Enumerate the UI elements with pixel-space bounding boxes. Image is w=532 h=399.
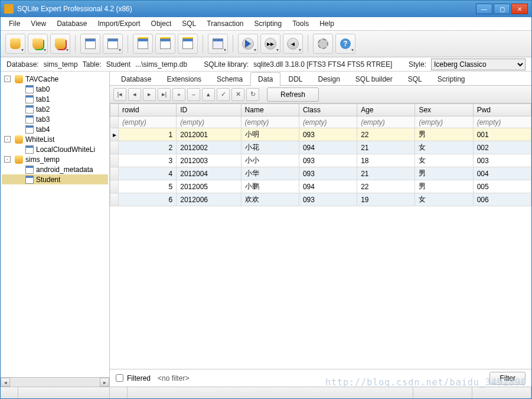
filter-cell[interactable]: (empty) [415, 116, 473, 128]
cell[interactable]: 男 [415, 167, 473, 180]
menu-view[interactable]: View [26, 18, 51, 30]
cell[interactable]: 欢欢 [241, 193, 299, 206]
expand-icon[interactable]: - [4, 136, 11, 142]
column-header[interactable]: Class [299, 104, 357, 116]
delete-record-button[interactable]: − [187, 88, 200, 101]
tree-node[interactable]: tab0 [2, 84, 108, 94]
cell[interactable]: 女 [415, 193, 473, 206]
cell[interactable]: 093 [299, 128, 357, 141]
filter-cell[interactable]: (empty) [177, 116, 241, 128]
cell[interactable]: 21 [357, 167, 415, 180]
cell[interactable]: 1 [119, 128, 177, 141]
cell[interactable]: 22 [357, 180, 415, 193]
menu-transaction[interactable]: Transaction [202, 18, 248, 30]
cell[interactable]: 22 [357, 128, 415, 141]
menu-object[interactable]: Object [146, 18, 177, 30]
filtered-checkbox[interactable] [116, 374, 123, 382]
tab-scripting[interactable]: Scripting [430, 72, 473, 86]
table-row[interactable]: 42012004小华09321男004 [110, 167, 531, 180]
filter-cell[interactable]: (empty) [357, 116, 415, 128]
menu-importexport[interactable]: Import/Export [93, 18, 145, 30]
menu-sql[interactable]: SQL [177, 18, 201, 30]
tree-node[interactable]: tab1 [2, 94, 108, 104]
cell[interactable]: 093 [299, 193, 357, 206]
filter-button[interactable]: Filter [489, 372, 526, 385]
close-button[interactable]: ✕ [511, 4, 528, 14]
tab-design[interactable]: Design [310, 72, 347, 86]
new-index-button[interactable] [155, 34, 175, 54]
refresh-button[interactable]: Refresh [267, 87, 319, 102]
db-tree[interactable]: -TAVCachetab0tab1tab2tab3tab4-WhiteListL… [1, 72, 109, 377]
table-row[interactable]: 22012002小花09421女002 [110, 141, 531, 154]
post-record-button[interactable]: ✓ [217, 88, 230, 101]
tree-node[interactable]: tab3 [2, 114, 108, 124]
edit-record-button[interactable]: ▴ [202, 88, 215, 101]
tree-node[interactable]: tab4 [2, 124, 108, 134]
new-view-button[interactable] [178, 34, 198, 54]
cell[interactable]: 女 [415, 154, 473, 167]
refresh-record-button[interactable]: ↻ [246, 88, 259, 101]
expand-icon[interactable]: - [4, 76, 11, 82]
column-header[interactable]: ID [177, 104, 241, 116]
add-record-button[interactable]: + [172, 88, 185, 101]
column-header[interactable]: Age [357, 104, 415, 116]
tab-database[interactable]: Database [113, 72, 159, 86]
style-select[interactable]: Iceberg Classico [431, 59, 526, 70]
menu-file[interactable]: File [4, 18, 25, 30]
cell[interactable]: 18 [357, 154, 415, 167]
cell[interactable]: 2012005 [177, 180, 241, 193]
tab-sqlbuilder[interactable]: SQL builder [348, 72, 400, 86]
tab-data[interactable]: Data [250, 72, 280, 86]
cancel-record-button[interactable]: ✕ [231, 88, 244, 101]
menu-database[interactable]: Database [52, 18, 92, 30]
cell[interactable]: 小华 [241, 167, 299, 180]
import-button[interactable] [80, 34, 100, 54]
menu-tools[interactable]: Tools [288, 18, 314, 30]
settings-button[interactable] [313, 34, 333, 54]
tree-node[interactable]: -WhiteList [2, 134, 108, 144]
cell[interactable]: 093 [299, 154, 357, 167]
scroll-left-icon[interactable]: ◂ [1, 378, 10, 387]
table-row[interactable]: 62012006欢欢09319女006 [110, 193, 531, 206]
cell[interactable]: 093 [299, 167, 357, 180]
cell[interactable]: 004 [473, 167, 531, 180]
cell[interactable]: 2 [119, 141, 177, 154]
scroll-right-icon[interactable]: ▸ [100, 378, 109, 387]
stop-button[interactable]: ◂ [283, 34, 303, 54]
cell[interactable]: 006 [473, 193, 531, 206]
data-grid[interactable]: rowidIDNameClassAgeSexPwd(empty)(empty)(… [110, 103, 531, 369]
cell[interactable]: 女 [415, 141, 473, 154]
maximize-button[interactable]: ▢ [494, 4, 510, 14]
cell[interactable]: 小鹏 [241, 180, 299, 193]
cell[interactable]: 2012001 [177, 128, 241, 141]
cell[interactable]: 小花 [241, 141, 299, 154]
column-header[interactable]: Pwd [473, 104, 531, 116]
table-row[interactable]: 52012005小鹏09422男005 [110, 180, 531, 193]
minimize-button[interactable]: — [476, 4, 492, 14]
run-button[interactable] [238, 34, 258, 54]
expand-icon[interactable]: - [4, 156, 11, 163]
tree-scrollbar[interactable]: ◂ ▸ [1, 377, 109, 387]
tree-node[interactable]: android_metadata [2, 164, 108, 174]
cell[interactable]: 2012003 [177, 154, 241, 167]
cell[interactable]: 男 [415, 180, 473, 193]
column-header[interactable]: Sex [415, 104, 473, 116]
prev-record-button[interactable]: ◂ [128, 88, 141, 101]
table-row[interactable]: ▸12012001小明09322男001 [110, 128, 531, 141]
cell[interactable]: 3 [119, 154, 177, 167]
tab-extensions[interactable]: Extensions [159, 72, 209, 86]
tab-ddl[interactable]: DDL [280, 72, 310, 86]
filter-cell[interactable]: (empty) [473, 116, 531, 128]
cell[interactable]: 19 [357, 193, 415, 206]
sql-button[interactable] [208, 34, 228, 54]
cell[interactable]: 2012006 [177, 193, 241, 206]
tree-node[interactable]: Student [2, 174, 108, 184]
menu-help[interactable]: Help [315, 18, 339, 30]
tree-node[interactable]: -sims_temp [2, 154, 108, 164]
cell[interactable]: 2012002 [177, 141, 241, 154]
tab-sql[interactable]: SQL [400, 72, 430, 86]
filter-cell[interactable]: (empty) [299, 116, 357, 128]
cell[interactable]: 小明 [241, 128, 299, 141]
table-row[interactable]: 32012003小小09318女003 [110, 154, 531, 167]
cell[interactable]: 21 [357, 141, 415, 154]
